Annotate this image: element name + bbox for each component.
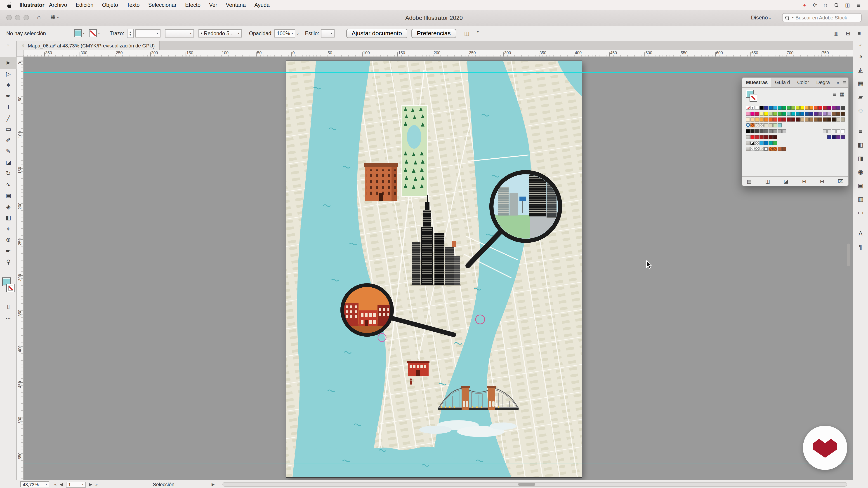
swatch[interactable]	[809, 106, 813, 110]
stroke-weight-stepper[interactable]: ▲▼	[127, 29, 134, 38]
stroke-color-swatch[interactable]	[89, 29, 97, 37]
color-panel-icon[interactable]: ◑	[853, 50, 868, 63]
menu-item-efecto[interactable]: Efecto	[185, 2, 200, 8]
swatch[interactable]	[755, 129, 759, 133]
libraries-icon[interactable]: ▤	[747, 178, 752, 184]
menu-item-ver[interactable]: Ver	[209, 2, 217, 8]
eraser-tool[interactable]: ◪	[0, 157, 17, 168]
brushes-panel-icon[interactable]: ▰	[853, 90, 868, 104]
swatch[interactable]	[750, 118, 754, 122]
swatch[interactable]	[778, 106, 782, 110]
guide-horizontal[interactable]	[24, 143, 852, 143]
document-grid-icon[interactable]: ⊞	[846, 30, 850, 36]
menu-item-texto[interactable]: Texto	[127, 2, 140, 8]
swatch[interactable]	[805, 106, 809, 110]
swatch[interactable]	[760, 111, 764, 116]
swatch[interactable]	[746, 135, 750, 139]
swatch[interactable]	[778, 129, 782, 133]
swatch[interactable]	[841, 111, 845, 116]
status-expand-icon[interactable]: ▶	[212, 480, 215, 488]
edit-toolbar-icon[interactable]: •••	[0, 316, 17, 320]
swatch[interactable]	[769, 123, 773, 127]
previous-artboard-button[interactable]: ◀	[60, 482, 63, 487]
dock-expand-icon[interactable]: «	[853, 41, 868, 50]
menu-item-archivo[interactable]: Archivo	[49, 2, 67, 8]
rectangle-tool[interactable]: ▭	[0, 124, 17, 135]
swatch[interactable]	[755, 118, 759, 122]
arrange-documents-icon[interactable]: ▥	[833, 30, 839, 36]
first-artboard-button[interactable]: «	[54, 482, 57, 487]
workspace-switcher[interactable]: Diseño	[751, 10, 771, 26]
swatch[interactable]	[773, 111, 777, 116]
adobe-stock-search[interactable]: Buscar en Adobe Stock	[782, 13, 862, 22]
graphic-styles-panel-icon[interactable]: ▣	[853, 179, 868, 193]
swatch-options-icon[interactable]: ◪	[784, 178, 788, 184]
swatch[interactable]	[764, 106, 768, 110]
time-machine-icon[interactable]: ⟳	[813, 0, 817, 10]
ruler-origin-corner[interactable]	[17, 50, 24, 57]
stroke-panel-icon[interactable]: ≡	[853, 125, 868, 138]
panel-stroke-swatch[interactable]	[749, 94, 757, 102]
swatch[interactable]	[836, 111, 840, 116]
swatch[interactable]	[778, 147, 782, 151]
menu-list-icon[interactable]: ≣	[857, 0, 861, 10]
swatch[interactable]	[796, 118, 800, 122]
swatch[interactable]	[755, 106, 759, 110]
fit-document-button[interactable]: Ajustar documento	[346, 29, 407, 38]
swatch[interactable]	[750, 135, 754, 139]
swatch[interactable]	[764, 141, 768, 145]
direct-selection-tool[interactable]: ▷	[0, 68, 17, 79]
swatch[interactable]	[818, 118, 822, 122]
swatch[interactable]	[827, 106, 831, 110]
swatch[interactable]	[760, 141, 764, 145]
menu-item-edición[interactable]: Edición	[76, 2, 94, 8]
swatch[interactable]	[805, 111, 809, 116]
eyedropper-tool[interactable]: ⌖	[0, 223, 17, 234]
swatch[interactable]	[760, 147, 764, 151]
swatch[interactable]	[778, 123, 782, 127]
horizontal-scrollbar[interactable]	[222, 482, 847, 487]
new-color-group-icon[interactable]: ⊟	[802, 178, 806, 184]
width-profile-dropdown[interactable]	[165, 29, 194, 37]
swatch[interactable]	[746, 123, 750, 127]
swatch[interactable]	[769, 111, 773, 116]
swatch[interactable]	[818, 106, 822, 110]
new-swatch-icon[interactable]: ⊞	[820, 178, 824, 184]
swatch[interactable]	[827, 135, 831, 139]
swatch[interactable]	[764, 147, 768, 151]
spotlight-icon[interactable]	[835, 3, 838, 7]
swatch[interactable]	[769, 118, 773, 122]
opacity-field[interactable]: 100%	[274, 29, 295, 37]
swatch[interactable]	[800, 106, 804, 110]
panel-overflow-icon[interactable]: »	[837, 80, 839, 85]
swatch[interactable]	[823, 111, 827, 116]
menu-item-ventana[interactable]: Ventana	[226, 2, 246, 8]
swatch[interactable]	[773, 147, 777, 151]
swatch[interactable]	[755, 135, 759, 139]
fill-color-swatch[interactable]	[74, 29, 82, 37]
swatch[interactable]	[750, 141, 754, 145]
panel-tab-muestras[interactable]: Muestras	[742, 78, 772, 87]
swatch[interactable]	[764, 118, 768, 122]
control-center-icon[interactable]: ◫	[845, 0, 850, 10]
swatch[interactable]	[769, 141, 773, 145]
swatch[interactable]	[791, 118, 795, 122]
vertical-scrollbar-thumb[interactable]	[847, 243, 850, 266]
swatch[interactable]	[836, 106, 840, 110]
last-artboard-button[interactable]: »	[95, 482, 98, 487]
screen-record-icon[interactable]: ●	[803, 0, 806, 10]
more-options-arrow-icon[interactable]: ›	[297, 31, 299, 36]
swatch[interactable]	[755, 111, 759, 116]
swatch[interactable]	[750, 106, 754, 110]
guide-vertical[interactable]	[299, 57, 299, 480]
rotate-tool[interactable]: ↻	[0, 168, 17, 179]
swatch[interactable]	[746, 111, 750, 116]
panel-tab-degra[interactable]: Degra	[813, 78, 833, 87]
swatch[interactable]	[823, 129, 827, 133]
layers-panel-icon[interactable]: ▥	[853, 193, 868, 206]
selection-tool[interactable]: ►	[0, 57, 17, 68]
swatch[interactable]	[764, 111, 768, 116]
menu-item-ayuda[interactable]: Ayuda	[254, 2, 270, 8]
swatch[interactable]	[764, 135, 768, 139]
panel-menu-icon[interactable]: ≣	[843, 80, 846, 85]
